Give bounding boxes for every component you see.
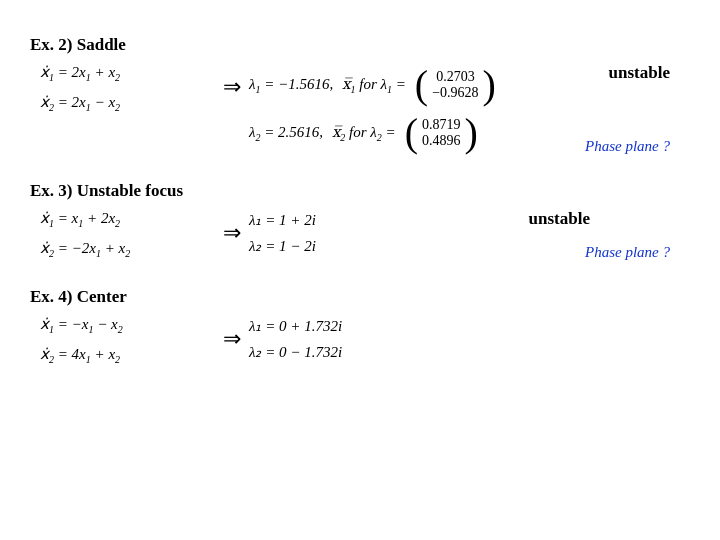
saddle-arrow: ⇒ bbox=[223, 63, 241, 111]
section-center: Ex. 4) Center ẋ1 = −x1 − x2 ẋ2 = 4x1 + x… bbox=[30, 287, 690, 365]
matrix2: ( 0.8719 0.4896 ) bbox=[405, 113, 478, 153]
saddle-eq2: ẋ2 = 2x1 − x2 bbox=[40, 93, 215, 113]
matrix2-row1: 0.8719 bbox=[422, 117, 461, 133]
saddle-phase-plane: Phase plane ? bbox=[585, 138, 670, 155]
right-bracket2: ) bbox=[465, 113, 478, 153]
center-eq1: ẋ1 = −x1 − x2 bbox=[40, 315, 215, 335]
unstable-focus-equations: ẋ1 = x1 + 2x2 ẋ2 = −2x1 + x2 bbox=[40, 209, 215, 259]
page: Ex. 2) Saddle ẋ1 = 2x1 + x2 ẋ2 = 2x1 − x… bbox=[0, 0, 720, 540]
uf-arrow: ⇒ bbox=[223, 209, 241, 257]
uf-unstable-label: unstable bbox=[529, 209, 590, 229]
uf-phase-plane: Phase plane ? bbox=[585, 244, 670, 261]
saddle-equations: ẋ1 = 2x1 + x2 ẋ2 = 2x1 − x2 bbox=[40, 63, 215, 113]
uf-lambda1-row: λ₁ = 1 + 2i bbox=[249, 211, 316, 229]
matrix1-values: 0.2703 −0.9628 bbox=[428, 69, 482, 101]
center-arrow: ⇒ bbox=[223, 315, 241, 363]
matrix2-values: 0.8719 0.4896 bbox=[418, 117, 465, 149]
section-unstable-focus: Ex. 3) Unstable focus ẋ1 = x1 + 2x2 ẋ2 =… bbox=[30, 181, 690, 259]
center-lambda1-row: λ₁ = 0 + 1.732i bbox=[249, 317, 342, 335]
matrix1-row1: 0.2703 bbox=[436, 69, 475, 85]
section-saddle: Ex. 2) Saddle ẋ1 = 2x1 + x2 ẋ2 = 2x1 − x… bbox=[30, 35, 690, 153]
lambda2-row: λ2 = 2.5616, x̅2 for λ2 = ( 0.8719 0.489… bbox=[249, 113, 500, 153]
uf-lambda2-row: λ₂ = 1 − 2i bbox=[249, 237, 316, 255]
right-bracket1: ) bbox=[483, 65, 496, 105]
uf-lambda2: λ₂ = 1 − 2i bbox=[249, 238, 316, 254]
center-lambda1: λ₁ = 0 + 1.732i bbox=[249, 318, 342, 334]
uf-eq1: ẋ1 = x1 + 2x2 bbox=[40, 209, 215, 229]
saddle-title: Ex. 2) Saddle bbox=[30, 35, 126, 54]
saddle-header: Ex. 2) Saddle bbox=[30, 35, 690, 55]
lambda1-for: x̅1 for λ1 = bbox=[342, 75, 406, 95]
lambda1-row: λ1 = −1.5616, x̅1 for λ1 = ( 0.2703 −0.9… bbox=[249, 65, 500, 105]
uf-lambda-results: λ₁ = 1 + 2i λ₂ = 1 − 2i bbox=[249, 211, 316, 255]
uf-lambda1: λ₁ = 1 + 2i bbox=[249, 212, 316, 228]
matrix2-row2: 0.4896 bbox=[422, 133, 461, 149]
matrix1-row2: −0.9628 bbox=[432, 85, 478, 101]
lambda2-expr: λ2 = 2.5616, bbox=[249, 124, 327, 143]
lambda1-expr: λ1 = −1.5616, bbox=[249, 76, 337, 95]
center-lambda2-row: λ₂ = 0 − 1.732i bbox=[249, 343, 342, 361]
lambda2-for: x̅2 for λ2 = bbox=[332, 123, 396, 143]
left-bracket1: ( bbox=[415, 65, 428, 105]
saddle-lambda-results: λ1 = −1.5616, x̅1 for λ1 = ( 0.2703 −0.9… bbox=[249, 65, 500, 153]
saddle-eq1: ẋ1 = 2x1 + x2 bbox=[40, 63, 215, 83]
center-eq2: ẋ2 = 4x1 + x2 bbox=[40, 345, 215, 365]
center-lambda-results: λ₁ = 0 + 1.732i λ₂ = 0 − 1.732i bbox=[249, 317, 342, 361]
center-lambda2: λ₂ = 0 − 1.732i bbox=[249, 344, 342, 360]
uf-eq2: ẋ2 = −2x1 + x2 bbox=[40, 239, 215, 259]
saddle-unstable-label: unstable bbox=[609, 63, 670, 83]
center-header: Ex. 4) Center bbox=[30, 287, 690, 307]
left-bracket2: ( bbox=[405, 113, 418, 153]
unstable-focus-header: Ex. 3) Unstable focus bbox=[30, 181, 690, 201]
matrix1: ( 0.2703 −0.9628 ) bbox=[415, 65, 496, 105]
center-equations: ẋ1 = −x1 − x2 ẋ2 = 4x1 + x2 bbox=[40, 315, 215, 365]
